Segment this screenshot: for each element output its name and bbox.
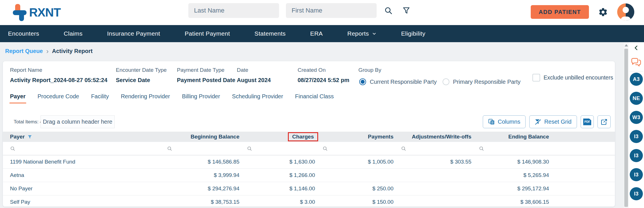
tab-scheduling-provider[interactable]: Scheduling Provider bbox=[232, 93, 283, 103]
table-row[interactable]: Self Pay $ 38,753.15 $ 3.00 $ 150.00 $ 3… bbox=[3, 195, 615, 207]
nav-item-claims[interactable]: Claims bbox=[64, 30, 82, 37]
columns-button-label: Columns bbox=[498, 119, 520, 125]
chat-button[interactable] bbox=[631, 58, 642, 68]
radio-current-responsible-party[interactable]: Current Responsible Party bbox=[359, 78, 437, 85]
nav-item-patient-payment[interactable]: Patient Payment bbox=[185, 30, 230, 37]
nav-label: ERA bbox=[310, 30, 323, 37]
reset-grid-button[interactable]: Reset Grid bbox=[529, 115, 577, 128]
filter-cell-beginning-balance[interactable] bbox=[164, 142, 244, 155]
column-header-ending-balance[interactable]: Ending Balance bbox=[476, 132, 554, 142]
nav-label: Statements bbox=[255, 30, 286, 37]
logo-text: RXNT bbox=[29, 6, 60, 19]
gear-icon bbox=[598, 7, 608, 17]
column-header-payments[interactable]: Payments bbox=[320, 132, 398, 142]
export-button[interactable] bbox=[597, 115, 611, 128]
column-header-payer[interactable]: Payer bbox=[3, 132, 164, 142]
columns-button[interactable]: Columns bbox=[483, 115, 526, 128]
grid-filter-row bbox=[3, 142, 615, 155]
field-value: August 2024 bbox=[237, 77, 271, 83]
tab-payer[interactable]: Payer bbox=[10, 93, 26, 103]
tab-billing-provider[interactable]: Billing Provider bbox=[182, 93, 220, 103]
nav-item-reports[interactable]: Reports bbox=[347, 30, 377, 37]
filter-funnel-icon bbox=[402, 7, 410, 15]
search-button[interactable] bbox=[384, 6, 393, 15]
last-name-input[interactable] bbox=[188, 3, 279, 18]
user-avatar[interactable] bbox=[617, 3, 634, 21]
user-badge[interactable]: W3 bbox=[630, 111, 643, 124]
settings-button[interactable] bbox=[598, 7, 608, 17]
column-header-charges[interactable]: Charges bbox=[244, 132, 320, 142]
cell-beginning-balance: $ 38,753.15 bbox=[164, 195, 244, 207]
report-card: Report Name Activity Report_2024-08-27 0… bbox=[3, 61, 615, 207]
nav-item-insurance-payment[interactable]: Insurance Payment bbox=[107, 30, 160, 37]
collapse-panel-button[interactable] bbox=[633, 44, 639, 52]
nav-item-statements[interactable]: Statements bbox=[255, 30, 286, 37]
cell-ending-balance: $ 295,172.94 bbox=[476, 182, 554, 195]
radio-primary-responsible-party[interactable]: Primary Responsible Party bbox=[443, 78, 521, 85]
filter-cell-adjustments[interactable] bbox=[398, 142, 476, 155]
field-value: Activity Report_2024-08-27 05:52:24 bbox=[10, 77, 107, 83]
breadcrumb-current-page: Activity Report bbox=[52, 48, 92, 54]
top-header: RXNT ADD PATIENT bbox=[0, 0, 644, 25]
filter-cell-payer[interactable] bbox=[3, 142, 164, 155]
user-badge[interactable]: I3 bbox=[630, 130, 643, 143]
field-label: Payment Date Type bbox=[177, 67, 235, 73]
user-badge[interactable]: I3 bbox=[630, 149, 643, 162]
exclude-unbilled-checkbox-group[interactable]: Exclude unbilled encounters bbox=[532, 74, 613, 81]
cell-adjustments bbox=[398, 182, 476, 195]
filter-cell-filler bbox=[554, 142, 615, 155]
scroll-up-arrow-icon[interactable] bbox=[625, 44, 628, 46]
cell-adjustments bbox=[398, 169, 476, 182]
table-row[interactable]: 1199 National Benefit Fund $ 146,586.85 … bbox=[3, 155, 615, 169]
column-filter-active-icon bbox=[27, 134, 32, 139]
nav-item-eligibility[interactable]: Eligibility bbox=[401, 30, 425, 37]
cell-filler bbox=[554, 182, 615, 195]
cell-payer: Self Pay bbox=[3, 195, 164, 207]
field-label: Date bbox=[237, 67, 271, 73]
breadcrumb-report-queue-link[interactable]: Report Queue bbox=[5, 48, 43, 54]
field-value: 08/27/2024 5:52 pm bbox=[298, 77, 349, 83]
cell-adjustments bbox=[398, 195, 476, 207]
cell-ending-balance: $ 146,908.30 bbox=[476, 155, 554, 168]
table-row[interactable]: Aetna $ 3,999.94 $ 1,266.00 $ 5,265.94 bbox=[3, 169, 615, 182]
table-row[interactable]: No Payer $ 294,276.94 $ 1,146.00 $ 250.0… bbox=[3, 182, 615, 195]
vertical-scrollbar[interactable] bbox=[624, 42, 629, 208]
nav-item-encounters[interactable]: Encounters bbox=[8, 30, 39, 37]
user-badge[interactable]: A3 bbox=[630, 73, 643, 86]
breadcrumb-separator-icon: › bbox=[46, 48, 49, 54]
tab-procedure-code[interactable]: Procedure Code bbox=[38, 93, 79, 103]
nav-label: Insurance Payment bbox=[107, 30, 160, 37]
radio-label: Primary Responsible Party bbox=[453, 79, 521, 85]
tab-facility[interactable]: Facility bbox=[91, 93, 109, 103]
user-badge[interactable]: I3 bbox=[630, 168, 643, 181]
filter-cell-ending-balance[interactable] bbox=[476, 142, 554, 155]
chat-icon bbox=[631, 58, 642, 67]
patient-search-area bbox=[188, 3, 410, 18]
tab-financial-class[interactable]: Financial Class bbox=[295, 93, 334, 103]
filter-cell-charges[interactable] bbox=[244, 142, 320, 155]
checkbox-label: Exclude unbilled encounters bbox=[544, 74, 613, 81]
user-badge[interactable]: NE bbox=[630, 92, 643, 105]
add-patient-button[interactable]: ADD PATIENT bbox=[531, 5, 589, 19]
filter-button[interactable] bbox=[402, 7, 410, 15]
pdf-icon: PDF bbox=[583, 119, 591, 125]
checkbox-unchecked-icon[interactable] bbox=[532, 74, 540, 81]
cell-payer: No Payer bbox=[3, 182, 164, 195]
cell-filler bbox=[554, 155, 615, 168]
filter-cell-payments[interactable] bbox=[320, 142, 398, 155]
export-icon bbox=[601, 119, 607, 125]
charges-column-highlight: Charges bbox=[288, 132, 318, 141]
rail-divider bbox=[629, 71, 643, 72]
cell-adjustments: $ 303.55 bbox=[398, 155, 476, 168]
user-badge[interactable]: I3 bbox=[630, 187, 643, 200]
column-header-beginning-balance[interactable]: Beginning Balance bbox=[164, 132, 244, 142]
tab-rendering-provider[interactable]: Rendering Provider bbox=[121, 93, 170, 103]
export-pdf-button[interactable]: PDF bbox=[581, 115, 594, 128]
group-drop-zone[interactable]: Drag a column header here bbox=[41, 115, 115, 128]
first-name-input[interactable] bbox=[286, 3, 377, 18]
nav-item-era[interactable]: ERA bbox=[310, 30, 323, 37]
column-header-adjustments[interactable]: Adjustments/Write-offs bbox=[398, 132, 476, 142]
rxnt-logo[interactable]: RXNT bbox=[13, 4, 60, 21]
breadcrumb: Report Queue › Activity Report bbox=[5, 48, 93, 54]
scrollbar-thumb[interactable] bbox=[624, 49, 628, 207]
